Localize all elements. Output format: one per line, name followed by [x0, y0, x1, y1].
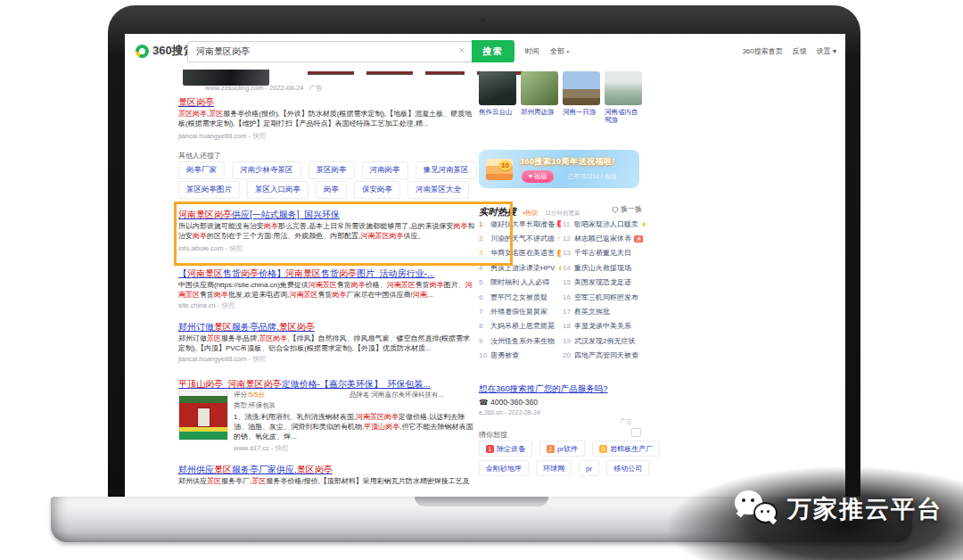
related-tag[interactable]: 豫见河南景区 — [416, 161, 477, 179]
hot-search-item[interactable]: 9汝州怪鱼系外来生物 — [479, 334, 561, 348]
hot-search-item[interactable]: 1做好抗大旱长期准备热 — [479, 217, 561, 231]
hot-search-item[interactable]: 15美国发现恐龙足迹 — [563, 276, 645, 290]
guess-tag[interactable]: 环球网 — [536, 460, 572, 476]
related-searches-title: 其他人还搜了 — [178, 151, 221, 161]
hot-search-column-1: 1做好抗大旱长期准备热 2川渝的天气不讲武德↑ 3华裔女名医在美遇害新 4男孩上… — [479, 217, 561, 363]
redacted-link-stub[interactable] — [308, 71, 354, 75]
result-url: info.aibole.com - 快照 — [178, 244, 243, 253]
hot-search-item[interactable]: 17蔡英文挨批 — [563, 304, 645, 318]
hot-search-item[interactable]: 5限时福利 人人必得 — [479, 276, 561, 290]
related-tag[interactable]: 河南少林寺景区 — [232, 161, 301, 179]
hot-search-item[interactable]: 16空军三机同框照发布 — [563, 290, 645, 304]
filter-scope[interactable]: 全部 ▾ — [550, 46, 569, 56]
hot-search-item[interactable]: 12林志颖已返家休养沸 — [563, 231, 645, 245]
result-title-link[interactable]: 郑州订做景区服务亭品牌,景区岗亭 — [178, 321, 315, 334]
hot-search-item[interactable]: 6贾平凹之女被质疑 — [479, 290, 561, 304]
search-input[interactable]: 河南景区岗亭 × — [187, 41, 473, 62]
result-thumbnail-kiosk[interactable] — [178, 391, 228, 441]
clear-icon[interactable]: × — [459, 45, 465, 55]
result-title-link[interactable]: 【河南景区售货岗亭价格】河南景区售货岗亭图片_活动房行业-... — [178, 268, 434, 280]
hot-search-item[interactable]: 8大妈吊桥上恶意摇晃 — [479, 319, 561, 334]
up-arrow-icon: ↑ — [557, 235, 561, 242]
image-thumbnail-yuntai-mountain[interactable] — [479, 71, 516, 105]
redacted-link-stub[interactable] — [425, 71, 465, 75]
hot-search-item[interactable]: 10唐勇被查 — [479, 349, 561, 363]
snapshot-link[interactable]: 快照 — [221, 301, 235, 309]
snapshot-link[interactable]: 快照 — [229, 244, 243, 252]
promo-ad-title-link[interactable]: 想在360搜索推广您的产品服务吗? — [479, 383, 608, 395]
guess-tag[interactable]: pr — [579, 460, 599, 476]
snapshot-link[interactable]: 快照 — [252, 355, 266, 363]
hot-search-item[interactable]: 2川渝的天气不讲武德↑ — [479, 231, 561, 245]
related-tag[interactable]: 景区岗亭图片 — [178, 181, 240, 199]
logo-360-icon — [136, 45, 149, 58]
related-tag[interactable]: 景区入口岗亭 — [247, 181, 309, 199]
related-row-1: 岗亭厂家 河南少林寺景区 景区岗亭 河南岗亭 豫见河南景区 — [178, 161, 477, 179]
hot-search-item[interactable]: 13千年古桥重见天日 — [563, 246, 645, 260]
guess-tag[interactable]: 移动公司 — [606, 460, 649, 476]
hot-search-item[interactable]: 3华裔女名医在美遇害新 — [479, 246, 561, 260]
link-settings[interactable]: 设置 ▾ — [817, 46, 836, 56]
image-results-row: 焦作云台山 郑州周边游 河南一日游 河南省内自驾游 — [479, 71, 642, 124]
related-tag[interactable]: 岗亭厂家 — [178, 161, 225, 179]
promo-ad-url: e.360.cn - 2022-08-24 — [479, 409, 540, 416]
related-tag[interactable]: 河南岗亭 — [362, 161, 408, 179]
guess-tag[interactable]: 金刚砂地坪 — [479, 460, 529, 476]
chevron-down-icon: ▾ — [566, 49, 569, 54]
result-title-link[interactable]: 郑州供应景区服务亭厂家供应,景区岗亭 — [178, 464, 333, 476]
hot-discussion-tag[interactable]: •热议 — [523, 210, 537, 216]
image-thumbnail-henan-self-drive[interactable] — [605, 71, 642, 105]
browser-screen: 360搜索 河南景区岗亭 × 搜索 时间 全部 ▾ 360搜索首页 反馈 设置 … — [125, 34, 845, 497]
hot-search-item[interactable]: 11歌唱家疑涉人口贩卖☻ — [563, 217, 645, 231]
result-title-link[interactable]: 平顶山岗亭_河南景区岗亭定做价格-【嘉尔美环保】_环保包装... — [178, 378, 431, 391]
image-card[interactable]: 郑州周边游 — [521, 71, 558, 124]
top-right-links: 360搜索首页 反馈 设置 ▾ — [742, 46, 836, 56]
related-tag[interactable]: 河南景区大全 — [407, 181, 469, 199]
image-card[interactable]: 焦作云台山 — [479, 71, 516, 124]
image-card[interactable]: 河南省内自驾游 — [605, 71, 642, 124]
wechat-icon — [735, 490, 778, 528]
result-title-link[interactable]: 景区岗亭 — [178, 96, 214, 109]
refresh-button[interactable]: 换一换 — [612, 204, 642, 214]
link-feedback[interactable]: 反馈 — [793, 46, 807, 56]
hot-search-item[interactable]: 20四地产高管同天被查 — [563, 349, 645, 363]
snapshot-link[interactable]: 快照 — [276, 444, 289, 452]
image-thumbnail-henan-day-tour[interactable] — [563, 71, 600, 105]
guess-tag[interactable]: 2pr软件 — [539, 441, 585, 457]
ad-label: 广告 — [620, 417, 632, 426]
hot-search-item[interactable]: 14重庆山火救援现场 — [563, 260, 645, 275]
hot-search-item[interactable]: 4男孩上游泳课染HPV☻ — [479, 260, 561, 275]
result-description: 中国供应商(https://site.china.cn)免费提供河南景区售货岗亭… — [178, 280, 474, 300]
result-brand: 品牌名:河南嘉尔美环保科技有... — [350, 391, 444, 399]
hot-search-item[interactable]: 7外甥暑假住舅舅家 — [479, 304, 561, 318]
stage: 360搜索 河南景区岗亭 × 搜索 时间 全部 ▾ 360搜索首页 反馈 设置 … — [0, 0, 963, 560]
image-card[interactable]: 河南一日游 — [563, 71, 600, 124]
image-caption[interactable]: 河南省内自驾游 — [605, 108, 642, 124]
snapshot-link[interactable]: 快照 — [252, 132, 266, 140]
related-tag[interactable]: 景区岗亭 — [309, 161, 355, 179]
result-url: site.china.cn - 快照 — [178, 301, 235, 310]
guess-tag[interactable]: 1除尘设备 — [479, 441, 532, 457]
redacted-link-stub[interactable] — [366, 71, 413, 75]
filter-time[interactable]: 时间 — [525, 46, 539, 56]
boiling-badge: 沸 — [634, 235, 643, 243]
guess-tag[interactable]: 3岩棉板生产厂 — [592, 441, 660, 457]
search-button[interactable]: 搜索 — [472, 40, 514, 62]
logo-360-search[interactable]: 360搜索 — [136, 43, 195, 59]
bless-button[interactable]: ♥ 祝福 — [522, 170, 554, 183]
result-title-link[interactable]: 河南景区岗亭供应[一站式服务]_国兴环保 — [178, 209, 340, 221]
image-thumbnail-zhengzhou-trip[interactable] — [521, 71, 558, 105]
related-tag[interactable]: 岗亭 — [316, 181, 347, 199]
feedback-icon[interactable] — [631, 428, 641, 437]
hot-search-item[interactable]: 18李显龙谈中美关系 — [563, 319, 645, 334]
result-type: 类型:环保包装 — [234, 401, 276, 410]
link-360-home[interactable]: 360搜索首页 — [742, 46, 782, 56]
hot-search-item[interactable]: 19武汉发现2例无症状 — [563, 334, 645, 348]
related-tag[interactable]: 保安岗亭 — [354, 181, 400, 199]
result-description: 1、清洗:利用溶剂、乳剂清洗钢材表面,河南景区岗亭定做价格,以达到去除油、油脂、… — [234, 412, 474, 441]
result-url: www.d17.cc - 快照 — [234, 444, 289, 453]
anniversary-banner[interactable]: 10 360搜索10周年送祝福啦! ♥ 祝福 已有761314人祝福 — [479, 150, 639, 188]
image-caption[interactable]: 郑州周边游 — [521, 108, 558, 116]
image-caption[interactable]: 河南一日游 — [563, 108, 600, 116]
image-caption[interactable]: 焦作云台山 — [479, 108, 516, 116]
